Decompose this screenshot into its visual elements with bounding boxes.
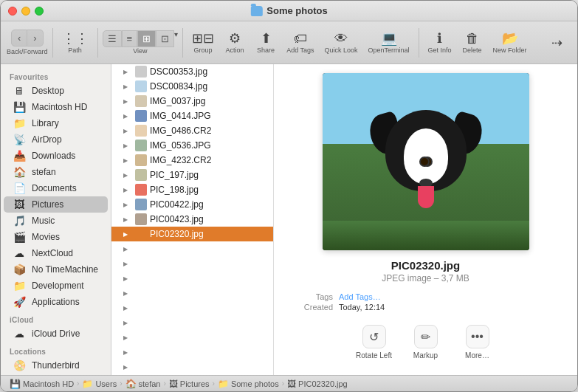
quick-look-button[interactable]: 👁 Quick Look [320, 29, 362, 57]
stefan-path-label: stefan [139, 379, 161, 388]
tags-value[interactable]: Add Tags… [339, 292, 381, 301]
more-icon: ••• [466, 325, 489, 348]
more-button[interactable]: ••• More… [459, 325, 496, 360]
delete-label: Delete [463, 47, 482, 54]
sidebar-item-development[interactable]: 📁 Development [4, 278, 108, 294]
movies-icon: 🎬 [13, 231, 26, 243]
sidebar-item-macintosh-hd[interactable]: 💾 Macintosh HD [4, 99, 108, 115]
sidebar-item-no-time-machine[interactable]: 📦 No TimeMachine [4, 261, 108, 278]
path-separator-5: › [282, 379, 284, 388]
favourites-section-title: Favourites [1, 67, 111, 83]
view-columns-button[interactable]: ⊞ [137, 30, 156, 47]
open-terminal-button[interactable]: 💻 OpenTerminal [364, 29, 414, 57]
stefan-path-icon: 🏠 [125, 379, 137, 389]
sidebar-item-thunderbird[interactable]: 📀 Thunderbird [4, 357, 108, 374]
file-row[interactable]: ▶ IMG_4232.CR2 [111, 153, 273, 168]
applications-icon: 🚀 [13, 296, 26, 308]
file-row[interactable]: ▶ PIC_197.jpg [111, 168, 273, 182]
file-row[interactable]: ▶ PIC00423.jpg [111, 212, 273, 227]
resize-button[interactable]: ⇢ [542, 33, 571, 52]
sidebar-item-downloads[interactable]: 📥 Downloads [4, 148, 108, 164]
back-button[interactable]: ‹ [11, 30, 27, 47]
sidebar-item-nextcloud[interactable]: ☁ NextCloud [4, 245, 108, 261]
file-row-empty[interactable]: ▶ [111, 330, 273, 345]
action-label: Action [226, 47, 244, 54]
file-row-empty[interactable]: ▶ [111, 256, 273, 271]
view-icon-button[interactable]: ☰ [103, 30, 122, 47]
expand-arrow: ▶ [123, 128, 132, 134]
statusbar-some-photos[interactable]: 📁 Some photos [218, 379, 279, 389]
macintosh-hd-path-label: Macintosh HD [23, 379, 74, 388]
airdrop-icon: 📡 [13, 134, 26, 145]
close-button[interactable] [8, 7, 17, 16]
rotate-left-button[interactable]: ↺ Rotate Left [356, 325, 393, 360]
sidebar-item-applications[interactable]: 🚀 Applications [4, 294, 108, 310]
users-path-label: Users [95, 379, 117, 388]
view-gallery-button[interactable]: ⊡ [156, 30, 174, 47]
view-more-arrow[interactable]: ▾ [174, 30, 178, 47]
dog-body [378, 110, 474, 228]
grass-overlay [323, 221, 529, 250]
file-row-empty[interactable]: ▶ [111, 315, 273, 330]
file-row[interactable]: ▶ IMG_0536.JPG [111, 138, 273, 153]
group-button[interactable]: ⊞⊟ Group [187, 29, 219, 57]
get-info-button[interactable]: ℹ Get Info [424, 29, 456, 57]
sidebar-item-documents[interactable]: 📄 Documents [4, 180, 108, 196]
file-row[interactable]: ▶ IMG_0414.JPG [111, 109, 273, 123]
sidebar-item-pictures[interactable]: 🖼 Pictures [4, 196, 108, 213]
dog-scene [323, 73, 529, 250]
statusbar-macintosh-hd[interactable]: 💾 Macintosh HD [10, 379, 74, 389]
forward-button[interactable]: › [27, 30, 43, 47]
file-row[interactable]: ▶ DSC00353.jpg [111, 64, 273, 79]
action-button[interactable]: ⚙ Action [220, 29, 250, 57]
sidebar-item-airdrop[interactable]: 📡 AirDrop [4, 131, 108, 148]
path-button[interactable]: ⋮⋮ Path [58, 29, 93, 57]
minimize-button[interactable] [21, 7, 30, 16]
sidebar-item-movies[interactable]: 🎬 Movies [4, 229, 108, 245]
new-folder-button[interactable]: 📂 New Folder [489, 29, 531, 57]
statusbar-pictures[interactable]: 🖼 Pictures [169, 379, 210, 389]
file-row[interactable]: ▶ IMG_0037.jpg [111, 94, 273, 109]
sidebar-item-desktop[interactable]: 🖥 Desktop [4, 83, 108, 99]
sidebar-item-label: Desktop [32, 86, 64, 96]
statusbar-users[interactable]: 📁 Users [82, 379, 117, 389]
delete-button[interactable]: 🗑 Delete [458, 29, 487, 57]
file-row-empty[interactable]: ▶ [111, 360, 273, 374]
file-row-empty[interactable]: ▶ [111, 271, 273, 286]
sidebar-item-icloud-drive[interactable]: ☁ iCloud Drive [4, 326, 108, 342]
dog-tongue [418, 186, 434, 208]
file-row[interactable]: ▶ IMG_0486.CR2 [111, 123, 273, 138]
view-list-button[interactable]: ≡ [122, 30, 138, 47]
file-row-empty[interactable]: ▶ [111, 300, 273, 315]
file-row[interactable]: ▶ PIC00422.jpg [111, 197, 273, 212]
icloud-drive-icon: ☁ [13, 328, 26, 340]
file-row-empty[interactable]: ▶ [111, 345, 273, 360]
markup-button[interactable]: ✏ Markup [407, 325, 444, 360]
macintosh-hd-icon: 💾 [13, 101, 26, 113]
music-icon: 🎵 [13, 215, 26, 227]
statusbar-stefan[interactable]: 🏠 stefan [125, 379, 161, 389]
file-thumbnail [135, 213, 147, 225]
file-row[interactable]: ▶ DSC00834.jpg [111, 79, 273, 94]
file-row-empty[interactable]: ▶ [111, 241, 273, 256]
statusbar-pic02320[interactable]: 🖼 PIC02320.jpg [287, 379, 348, 389]
file-name: PIC_197.jpg [150, 170, 199, 180]
expand-arrow: ▶ [123, 142, 132, 149]
file-row-empty[interactable]: ▶ [111, 286, 273, 300]
file-row[interactable]: ▶ PIC_198.jpg [111, 182, 273, 197]
share-button[interactable]: ⬆ Share [251, 29, 281, 57]
add-tags-button[interactable]: 🏷 Add Tags [282, 29, 318, 57]
file-thumbnail [135, 95, 147, 107]
sidebar-item-label: Music [32, 216, 55, 226]
file-row-selected[interactable]: ▶ PIC02320.jpg [111, 227, 273, 241]
macintosh-hd-path-icon: 💾 [10, 379, 21, 389]
file-thumbnail [135, 140, 147, 151]
sidebar-item-library[interactable]: 📁 Library [4, 115, 108, 131]
separator-2 [97, 28, 98, 58]
file-name: IMG_0536.JPG [150, 140, 211, 151]
titlebar-title: Some photos [250, 5, 327, 16]
sidebar-item-music[interactable]: 🎵 Music [4, 213, 108, 229]
library-icon: 📁 [13, 117, 26, 129]
sidebar-item-stefan[interactable]: 🏠 stefan [4, 164, 108, 180]
maximize-button[interactable] [35, 7, 44, 16]
